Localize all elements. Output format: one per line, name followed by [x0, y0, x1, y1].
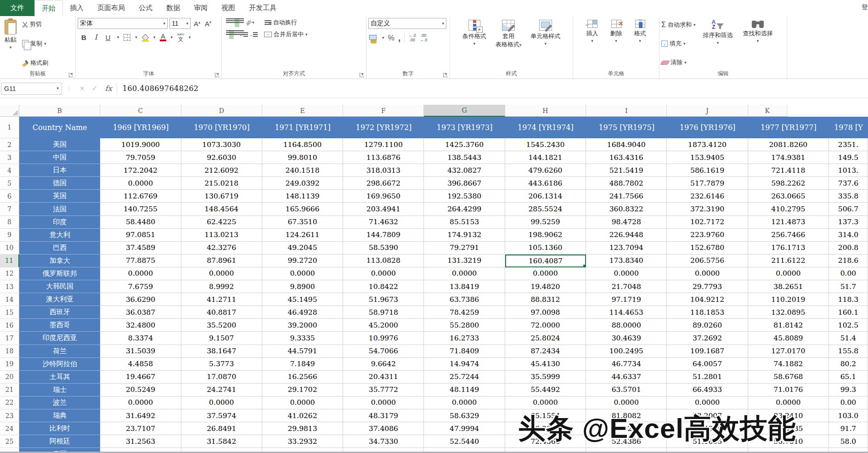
- table-cell[interactable]: 67.3510: [262, 216, 343, 229]
- paste-button[interactable]: 粘贴 ▾: [2, 18, 19, 69]
- table-cell[interactable]: 226.9448: [586, 229, 667, 242]
- header-cell-year[interactable]: 1973 [YR1973]: [424, 117, 505, 138]
- fill-color-button[interactable]: [142, 35, 149, 40]
- table-cell[interactable]: 45.1495: [262, 293, 343, 306]
- table-cell-partial[interactable]: 99.3: [829, 384, 868, 396]
- table-cell[interactable]: 123.7094: [586, 242, 667, 255]
- table-cell[interactable]: 8.3374: [100, 332, 181, 345]
- header-cell-year[interactable]: 1971 [YR1971]: [262, 117, 343, 138]
- comma-style-button[interactable]: ,: [398, 33, 401, 43]
- row-number-21[interactable]: 21: [0, 384, 19, 396]
- table-cell[interactable]: 432.0827: [424, 164, 505, 177]
- column-header-G[interactable]: G: [424, 105, 505, 117]
- tab-page-layout[interactable]: 页面布局: [90, 0, 132, 16]
- table-cell[interactable]: 223.9760: [667, 229, 748, 242]
- table-cell[interactable]: 38.1647: [181, 345, 262, 358]
- table-cell[interactable]: 92.6030: [181, 151, 262, 164]
- table-cell[interactable]: 9.8900: [262, 280, 343, 293]
- row-number-17[interactable]: 17: [0, 332, 19, 345]
- table-cell[interactable]: 71.0176: [748, 384, 829, 396]
- table-cell[interactable]: 20.5249: [100, 384, 181, 396]
- table-cell[interactable]: 66.4933: [667, 384, 748, 396]
- table-cell[interactable]: 0.0000: [505, 267, 586, 280]
- table-cell[interactable]: 24.2741: [181, 384, 262, 396]
- increase-decimal-button[interactable]: ←.0.00: [408, 34, 416, 43]
- column-header-H[interactable]: H: [505, 105, 586, 117]
- row-number-1[interactable]: 1: [0, 117, 19, 138]
- table-cell[interactable]: 109.1687: [667, 345, 748, 358]
- name-box-dropdown-arrow[interactable]: ▾: [56, 86, 59, 91]
- column-header-C[interactable]: C: [100, 105, 181, 117]
- table-cell[interactable]: 30.4639: [586, 332, 667, 345]
- row-number-7[interactable]: 7: [0, 203, 19, 215]
- format-cells-button[interactable]: ↔ 格式 ▾: [631, 18, 649, 69]
- delete-cells-dropdown-arrow[interactable]: ▾: [615, 39, 617, 43]
- table-cell[interactable]: 74.1882: [748, 358, 829, 371]
- insert-cells-dropdown-arrow[interactable]: ▾: [591, 39, 593, 43]
- table-cell[interactable]: 105.1360: [505, 242, 586, 255]
- table-cell[interactable]: 479.6260: [505, 164, 586, 177]
- table-cell[interactable]: 54.7066: [343, 345, 424, 358]
- table-cell[interactable]: 58.6768: [748, 371, 829, 384]
- table-cell[interactable]: 16.2566: [262, 371, 343, 384]
- enter-entry-button[interactable]: ✓: [91, 84, 97, 93]
- table-cell[interactable]: 240.1518: [262, 164, 343, 177]
- column-header-K[interactable]: K: [748, 105, 787, 117]
- formula-input[interactable]: 160.408697648262: [117, 84, 868, 93]
- column-header-I[interactable]: I: [586, 105, 667, 117]
- shrink-font-button[interactable]: A▾: [203, 20, 213, 28]
- table-cell[interactable]: 79.2791: [424, 242, 505, 255]
- table-cell-partial[interactable]: 200.8: [829, 242, 868, 255]
- table-cell-partial[interactable]: 737.6: [829, 177, 868, 190]
- table-cell[interactable]: 8.9992: [181, 280, 262, 293]
- country-cell[interactable]: 大韩民国: [19, 280, 100, 293]
- table-cell[interactable]: 29.1702: [262, 384, 343, 396]
- table-cell[interactable]: 7.1849: [262, 358, 343, 371]
- sign-in-partial[interactable]: 登: [862, 3, 868, 11]
- table-cell[interactable]: 29.9813: [262, 422, 343, 435]
- table-cell[interactable]: 37.5974: [181, 409, 262, 422]
- table-cell-partial[interactable]: 65.1: [829, 371, 868, 384]
- tab-data[interactable]: 数据: [159, 0, 187, 16]
- table-cell[interactable]: 2081.8260: [748, 138, 829, 151]
- table-cell[interactable]: 19.4667: [100, 371, 181, 384]
- table-cell[interactable]: 29.7793: [667, 280, 748, 293]
- font-name-combobox[interactable]: 宋体▾: [78, 18, 168, 29]
- table-cell[interactable]: 263.0665: [748, 190, 829, 203]
- row-number-12[interactable]: 12: [0, 267, 19, 280]
- table-cell[interactable]: 521.5419: [586, 164, 667, 177]
- table-cell[interactable]: 37.4589: [100, 242, 181, 255]
- delete-cells-button[interactable]: ✕ 删除 ▾: [608, 18, 625, 69]
- table-cell[interactable]: 21.7048: [586, 280, 667, 293]
- table-cell[interactable]: 110.2019: [748, 293, 829, 306]
- cell-styles-button[interactable]: 单元格样式 ▾: [528, 18, 563, 69]
- table-cell[interactable]: 1019.9000: [100, 138, 181, 151]
- table-cell[interactable]: 37.4086: [343, 422, 424, 435]
- table-cell[interactable]: 112.6769: [100, 190, 181, 203]
- table-cell[interactable]: 40.8817: [181, 306, 262, 319]
- table-cell[interactable]: 598.2262: [748, 177, 829, 190]
- table-cell[interactable]: 17.0870: [181, 371, 262, 384]
- header-cell-year[interactable]: 1974 [YR1974]: [505, 117, 586, 138]
- table-cell[interactable]: 55.2800: [424, 319, 505, 332]
- table-cell[interactable]: 26.8491: [181, 422, 262, 435]
- row-number-5[interactable]: 5: [0, 177, 19, 190]
- table-cell[interactable]: 192.5380: [424, 190, 505, 203]
- table-cell[interactable]: 98.4728: [586, 216, 667, 229]
- table-cell[interactable]: 586.1619: [667, 164, 748, 177]
- row-number-14[interactable]: 14: [0, 293, 19, 306]
- country-cell[interactable]: 墨西哥: [19, 319, 100, 332]
- table-cell[interactable]: 63.7386: [424, 293, 505, 306]
- table-cell[interactable]: 36.0387: [100, 306, 181, 319]
- country-cell[interactable]: 日本: [19, 164, 100, 177]
- table-cell[interactable]: 36.6290: [100, 293, 181, 306]
- table-cell[interactable]: 97.1719: [586, 293, 667, 306]
- table-cell-partial[interactable]: 0.00: [829, 396, 868, 409]
- font-size-combobox[interactable]: 11▾: [169, 18, 191, 29]
- decrease-indent-button[interactable]: [241, 32, 248, 37]
- table-cell-partial[interactable]: 80.2: [829, 358, 868, 371]
- cut-button[interactable]: 剪切: [21, 20, 49, 29]
- table-cell-partial[interactable]: 335.8: [829, 190, 868, 203]
- table-cell[interactable]: 63.5701: [586, 384, 667, 396]
- table-cell[interactable]: 46.7734: [586, 358, 667, 371]
